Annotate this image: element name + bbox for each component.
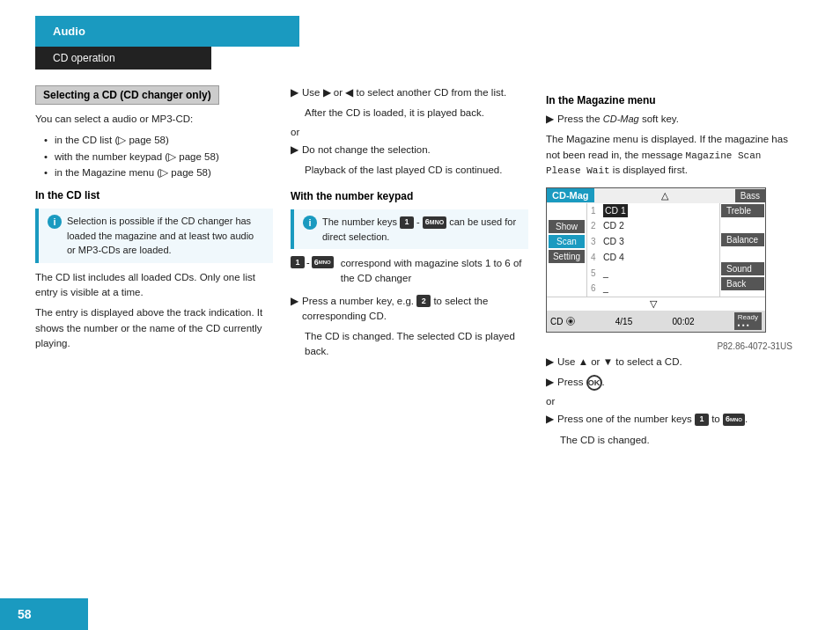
keys-display: 1 - 6MNO [291,256,334,268]
section-title: Selecting a CD (CD changer only) [35,85,219,105]
cd-circle-icon: ◉ [566,317,575,326]
cd-item-2: 2 CD 2 [587,218,719,234]
header-black: CD operation [35,47,211,70]
cd-mag-bass-btn[interactable]: Bass [735,189,765,202]
arrow-icon-r1: ▶ [546,113,554,125]
right-or2: or [546,396,792,407]
mid-arrow1: ▶ Use ▶ or ◀ to select another CD from t… [291,85,528,100]
right-arrow2: ▶ Use ▲ or ▼ to select a CD. [546,355,792,370]
balance-btn[interactable]: Balance [721,233,764,246]
right-body2: The CD is changed. [546,433,792,448]
panel-note: P82.86-4072-31US [546,341,792,351]
cd-ready-badge: Ready▪ ▪ ▪ [734,312,762,330]
treble-btn[interactable]: Treble [721,204,764,217]
cd-mag-up-arrow: △ [594,188,735,203]
right-column: In the Magazine menu ▶ Press the CD-Mag … [546,85,792,453]
info-icon: i [48,215,62,229]
cd-item-4: 4 CD 4 [587,250,719,266]
middle-column: ▶ Use ▶ or ◀ to select another CD from t… [291,85,528,453]
info-icon-mid: i [303,216,317,230]
mid-text-1: Use ▶ or ◀ to select another CD from the… [302,85,506,100]
sound-btn[interactable]: Sound [721,262,764,275]
mid-arrow3: ▶ Press a number key, e.g. 2 to select t… [291,294,528,325]
info-text-left: Selection is possible if the CD changer … [67,214,264,258]
right-text-4: Press one of the number keys 1 to 6MNO. [557,412,748,427]
arrow-icon-3: ▶ [291,295,298,307]
arrow-icon-1: ▶ [291,86,298,99]
cd-item-1: 1 CD 1 [587,203,719,219]
key-2: 2 [416,295,431,307]
arrow-icon-2: ▶ [291,143,298,156]
cd-mag-right-btns: Treble Balance Sound Back [719,203,765,297]
right-text-1: Press the CD-Mag soft key. [557,112,679,127]
right-text-2: Use ▲ or ▼ to select a CD. [557,355,682,370]
dash: - [306,257,310,267]
subsection-magazine: In the Magazine menu [546,94,792,106]
cd-mag-status-row: CD ◉ 4/15 00:02 Ready▪ ▪ ▪ [547,311,765,332]
list-item-1: in the CD list (▷ page 58) [44,132,273,148]
cd-mag-down-row: ▽ [547,297,765,311]
arrow-icon-r3: ▶ [546,376,554,388]
cd-list-body1: The CD list includes all loaded CDs. Onl… [35,270,273,301]
cd-text: CD [550,317,563,326]
page-footer: 58 [0,598,88,630]
mid-after1: After the CD is loaded, it is played bac… [291,106,528,121]
cd-mag-content: Show Scan Setting 1 CD 1 2 CD 2 3 [547,203,765,297]
header-category: Audio [53,25,85,38]
key-1-right: 1 [695,414,709,426]
left-column: Selecting a CD (CD changer only) You can… [35,85,273,453]
right-text-3: Press OK. [557,375,605,391]
mid-text-3: Press a number key, e.g. 2 to select the… [302,294,528,325]
intro-text: You can select a audio or MP3-CD: [35,112,273,127]
cd-mag-list: 1 CD 1 2 CD 2 3 CD 3 4 CD 4 [587,203,719,297]
cd-mag-panel: CD-Mag △ Bass Show Scan Setting 1 CD 1 [546,187,766,333]
right-arrow1: ▶ Press the CD-Mag soft key. [546,112,792,127]
list-item-3: in the Magazine menu (▷ page 58) [44,165,273,180]
ok-key: OK [586,375,602,391]
setting-btn[interactable]: Setting [549,250,585,263]
cd-item-5: 5 _ [587,266,719,282]
cd-mag-left-btns: Show Scan Setting [547,203,587,297]
list-item-2: with the number keypad (▷ page 58) [44,149,273,165]
arrow-icon-r4: ▶ [546,413,554,425]
main-content: Selecting a CD (CD changer only) You can… [35,85,805,453]
mid-after2: Playback of the last played CD is contin… [291,163,528,178]
mono-scan: Magazine Scan Please Wait [546,150,761,177]
info-box-mid: i The number keys 1 - 6MNO can be used f… [291,209,528,249]
keys-correspond-row: 1 - 6MNO correspond with magazine slots … [291,256,528,287]
cd-label-group: CD ◉ [550,317,575,326]
right-body1: The Magazine menu is displayed. If the m… [546,132,792,178]
subsection-cd-list: In the CD list [35,189,273,201]
cd-list-body2: The entry is displayed above the track i… [35,305,273,351]
key-1: 1 [291,256,305,268]
back-btn[interactable]: Back [721,277,764,290]
key-6: 6MNO [312,256,334,268]
cd-track: 4/15 [615,317,632,326]
bullet-list: in the CD list (▷ page 58) with the numb… [35,132,273,180]
cd-time: 00:02 [673,317,695,326]
cd-item-3: 3 CD 3 [587,234,719,250]
mid-after3: The CD is changed. The selected CD is pl… [291,329,528,360]
page-number: 58 [18,607,32,621]
scan-btn[interactable]: Scan [549,235,585,248]
cd-mag-header-row: CD-Mag △ Bass [547,188,765,203]
arrow-icon-r2: ▶ [546,355,554,368]
mid-or1: or [291,127,528,137]
info-text-mid: The number keys 1 - 6MNO can be used for… [322,215,519,244]
header-section: CD operation [53,52,115,64]
cd-mag-label-text: CD-Mag [603,114,639,124]
key-6-right: 6MNO [723,414,745,426]
right-arrow4: ▶ Press one of the number keys 1 to 6MNO… [546,412,792,427]
cd-item-6: 6 _ [587,281,719,297]
info-box-left: i Selection is possible if the CD change… [35,209,273,263]
header-blue: Audio [35,16,299,47]
mid-arrow2: ▶ Do not change the selection. [291,143,528,158]
keys-correspond-text: correspond with magazine slots 1 to 6 of… [341,256,528,287]
right-arrow3: ▶ Press OK. [546,375,792,391]
show-btn[interactable]: Show [549,220,585,233]
mid-text-2: Do not change the selection. [302,143,431,158]
subsection-keypad: With the number keypad [291,190,528,202]
cd-mag-header-label: CD-Mag [547,188,594,202]
